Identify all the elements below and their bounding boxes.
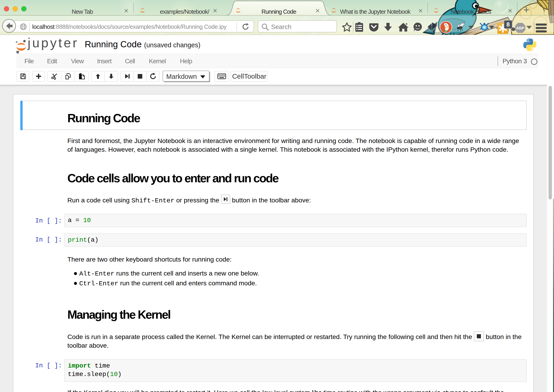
markdown-paragraph[interactable]: Code is run in a separate process called…	[67, 333, 531, 350]
scrollbar-thumb[interactable]	[548, 86, 552, 199]
menu-help[interactable]: Help	[180, 57, 192, 65]
copy-button[interactable]	[61, 71, 75, 82]
tab-close-icon[interactable]: ×	[213, 6, 217, 15]
tab-close-icon[interactable]: ×	[508, 6, 512, 15]
menu-bar: File Edit View Insert Cell Kernel Help P…	[17, 54, 538, 68]
cell-type-value: Markdown	[166, 73, 197, 80]
tab-close-icon[interactable]: ×	[124, 6, 128, 15]
text-run: button in the toolbar above:	[230, 196, 311, 204]
markdown-paragraph[interactable]: Run a code cell using Shift-Enter or pre…	[67, 196, 529, 205]
cut-button[interactable]	[48, 71, 61, 82]
notebook-header: jupyter Running Code (unsaved changes) F…	[0, 35, 554, 85]
tab-running-code-active[interactable]: Running Code ×	[225, 0, 332, 15]
tab-notebook-basics[interactable]: Notebook Basics ×	[429, 0, 514, 15]
menu-edit[interactable]: Edit	[47, 57, 57, 65]
move-down-button[interactable]	[104, 71, 118, 82]
checkpoint-status: (unsaved changes)	[144, 42, 201, 49]
markdown-paragraph[interactable]: First and foremost, the Jupyter Notebook…	[67, 137, 524, 154]
addon-badge: 8	[504, 20, 512, 29]
tab-close-icon[interactable]: ×	[315, 6, 320, 15]
notebook-container: Running Code First and foremost, the Jup…	[13, 94, 534, 392]
duckduckgo-icon[interactable]	[440, 21, 452, 34]
select-arrow-icon	[200, 75, 205, 78]
menu-file[interactable]: File	[24, 57, 34, 65]
code-cell-input[interactable]: print(a)	[64, 233, 526, 246]
adblock-plus-icon[interactable]: ABP	[514, 22, 526, 34]
fly-addon-icon[interactable]	[455, 21, 467, 33]
restart-kernel-button[interactable]	[147, 71, 160, 82]
jupyter-logo-icon[interactable]	[14, 38, 30, 55]
menu-insert[interactable]: Insert	[97, 57, 111, 65]
chat-smiley-icon[interactable]	[412, 21, 423, 33]
notebook-title[interactable]: Running Code	[85, 40, 142, 49]
text-run: runs the current cell and inserts a new …	[114, 270, 259, 277]
home-icon[interactable]	[397, 21, 409, 33]
kernel-name: Python 3	[502, 57, 527, 65]
menu-kernel[interactable]: Kernel	[149, 57, 166, 65]
list-item: Alt-Enter runs the current cell and inse…	[79, 270, 259, 278]
command-palette-button[interactable]	[215, 71, 229, 82]
tab-separator	[428, 3, 428, 13]
jupyter-page: jupyter Running Code (unsaved changes) F…	[0, 35, 554, 392]
input-prompt: In [ ]:	[35, 236, 62, 243]
copy-icon	[65, 73, 71, 80]
send-tab-icon[interactable]	[426, 21, 438, 33]
stop-button[interactable]	[134, 71, 147, 82]
code-cell-input[interactable]: a = 10	[64, 214, 526, 227]
window-close-button[interactable]	[4, 6, 9, 11]
tab-what-is-jupyter[interactable]: What is the Jupyter Notebook ×	[330, 0, 428, 15]
paste-button[interactable]	[75, 71, 89, 82]
input-prompt: In [ ]:	[35, 217, 62, 224]
code-cell-input[interactable]: import time time.sleep(10)	[64, 359, 526, 382]
kernel-separator	[498, 56, 498, 66]
search-bar[interactable]: Search	[258, 20, 337, 32]
markdown-paragraph[interactable]: There are two other keyboard shortcuts f…	[67, 255, 524, 264]
dropdown-caret-icon[interactable]	[526, 25, 533, 30]
notebook-h2[interactable]: Managing the Kernel	[67, 309, 170, 321]
reload-icon[interactable]	[241, 23, 249, 31]
jupyter-favicon	[139, 7, 146, 14]
move-up-button[interactable]	[91, 71, 104, 82]
jupyter-logo-text[interactable]: jupyter	[28, 36, 79, 49]
save-button[interactable]	[17, 71, 29, 82]
dropdown-caret-icon[interactable]	[468, 25, 475, 30]
download-icon[interactable]	[382, 21, 394, 33]
addon-badge-count: 8	[506, 21, 510, 28]
back-arrow-icon	[3, 20, 15, 32]
celltoolbar-button[interactable]: CellToolbar	[231, 71, 268, 82]
urlbar-separator	[29, 22, 30, 32]
code-line: time.sleep(10)	[68, 371, 121, 378]
menu-cell[interactable]: Cell	[125, 57, 135, 65]
text-run: or pressing the	[174, 196, 221, 204]
url-text[interactable]: localhost:8888/notebooks/docs/source/exa…	[32, 23, 227, 30]
menu-view[interactable]: View	[71, 57, 83, 65]
window-minimize-button[interactable]	[13, 6, 18, 11]
run-button[interactable]	[121, 71, 134, 82]
code-line: print(a)	[68, 237, 98, 244]
dropdown-caret-icon[interactable]	[488, 25, 495, 30]
tab-title: New Tab	[72, 8, 93, 15]
markdown-paragraph[interactable]: If the Kernel dies you will be prompted …	[67, 388, 531, 392]
url-path: :8888/notebooks/docs/source/examples/Not…	[54, 23, 226, 30]
url-bar[interactable]: localhost:8888/notebooks/docs/source/exa…	[9, 20, 254, 32]
notebook-h2[interactable]: Code cells allow you to enter and run co…	[67, 172, 278, 184]
tab-examples-notebook[interactable]: examples/Notebook/ ×	[135, 0, 220, 15]
new-tab-button[interactable]: +	[523, 4, 529, 15]
move-group	[91, 71, 118, 82]
tab-close-icon[interactable]: ×	[418, 6, 423, 15]
tab-new-tab[interactable]: New Tab ×	[34, 0, 130, 15]
cell-type-select[interactable]: Markdown	[163, 70, 209, 82]
tab-separator	[133, 3, 134, 13]
edit-group	[48, 71, 89, 82]
desktop-edge-sliver	[553, 199, 554, 340]
pocket-icon[interactable]	[368, 21, 380, 33]
window-zoom-button[interactable]	[21, 6, 27, 11]
back-button[interactable]	[2, 19, 16, 33]
selected-markdown-cell[interactable]: Running Code	[20, 101, 526, 130]
reading-list-icon[interactable]	[353, 21, 365, 33]
insert-cell-button[interactable]	[32, 71, 45, 82]
notebook-scroll-area[interactable]: Running Code First and foremost, the Jup…	[0, 85, 554, 392]
menu-hamburger-icon[interactable]	[536, 23, 547, 33]
globe-icon	[20, 23, 27, 30]
bookmark-star-icon[interactable]	[341, 21, 353, 33]
